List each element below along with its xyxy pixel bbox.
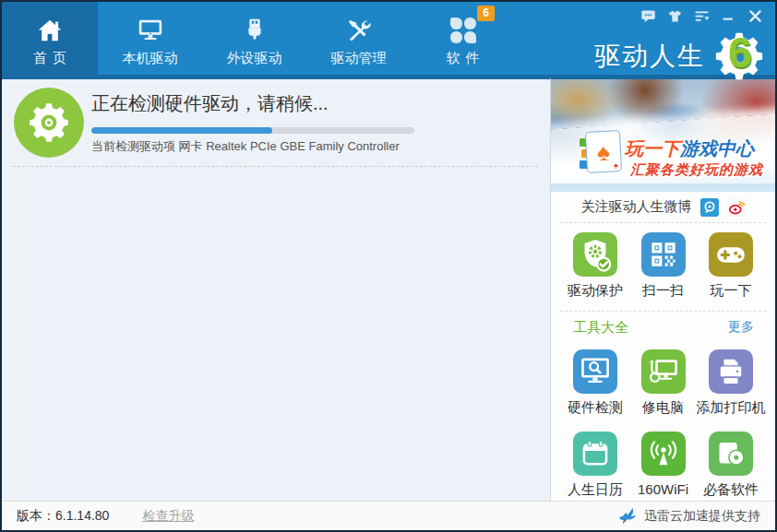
tool-add-printer[interactable]: 添加打印机 (699, 349, 763, 417)
minimize-button[interactable] (719, 7, 737, 24)
tool-life-calendar[interactable]: 人生日历 (563, 432, 628, 499)
tools-grid: 硬件检测修电脑添加打印机人生日历160WiFi必备软件 (551, 349, 775, 499)
tab-home[interactable]: 首页 (2, 2, 98, 77)
banner-subtitle: 汇聚各类好玩的游戏 (630, 161, 763, 179)
monitor-icon (137, 15, 164, 46)
sidebar: ♠♠ 玩一下游戏中心 汇聚各类好玩的游戏 关注驱动人生微博 (551, 77, 775, 501)
tool-repair-pc[interactable]: 修电脑 (631, 349, 696, 417)
folder-disc-icon (709, 432, 753, 476)
progress-fill (91, 127, 272, 134)
tool-160wifi[interactable]: 160WiFi (631, 432, 696, 499)
progress-bar (91, 127, 414, 134)
wifi-icon (641, 432, 686, 476)
sponsor: 迅雷云加速提供支持 (618, 507, 760, 525)
more-link[interactable]: 更多 (728, 319, 754, 336)
tool-scan-qr[interactable]: 扫一扫 (631, 232, 696, 300)
monitor-search-icon (573, 349, 617, 394)
usb-icon (241, 15, 269, 46)
game-center-banner[interactable]: ♠♠ 玩一下游戏中心 汇聚各类好玩的游戏 (551, 79, 775, 192)
close-button[interactable] (746, 7, 764, 24)
banner-title: 玩一下游戏中心 (625, 136, 754, 161)
app-logo-text: 驱动人生 (594, 39, 705, 74)
titlebar-controls (639, 7, 764, 24)
qr-icon (641, 232, 686, 277)
software-badge: 6 (477, 6, 495, 21)
calendar-icon (573, 432, 617, 476)
check-update-link[interactable]: 检查升级 (142, 508, 194, 525)
tool-driver-protect[interactable]: 驱动保护 (563, 232, 628, 300)
printer-icon (709, 349, 753, 394)
status-detail: 当前检测驱动项 网卡 Realtek PCIe GBE Family Contr… (91, 138, 400, 155)
footer-bar: 版本：6.1.14.80 检查升级 迅雷云加速提供支持 (2, 501, 775, 530)
tools-title: 工具大全 (573, 319, 628, 337)
status-title: 正在检测硬件驱动，请稍候... (91, 91, 329, 116)
skin-button[interactable] (665, 7, 684, 24)
tab-driver-management[interactable]: 驱动管理 (306, 2, 411, 77)
shield-gear-icon (573, 232, 617, 277)
weibo-row: 关注驱动人生微博 (551, 192, 775, 222)
main-panel: 正在检测硬件驱动，请稍候... 当前检测驱动项 网卡 Realtek PCIe … (2, 77, 551, 501)
game-card-icon: ♠♠ (579, 131, 621, 175)
tencent-weibo-icon[interactable] (700, 198, 719, 217)
version-label: 版本：6.1.14.80 (17, 508, 109, 525)
app-logo: 驱动人生 6 (594, 30, 766, 83)
apps-icon (450, 15, 476, 46)
nav-tabs: 首页本机驱动外设驱动驱动管理软件6 (2, 2, 515, 77)
monitor-steth-icon (641, 349, 686, 394)
body-area: 正在检测硬件驱动，请稍候... 当前检测驱动项 网卡 Realtek PCIe … (2, 77, 775, 501)
weibo-label: 关注驱动人生微博 (581, 198, 692, 216)
tool-hardware-check[interactable]: 硬件检测 (563, 349, 628, 417)
sponsor-text: 迅雷云加速提供支持 (644, 508, 760, 525)
tools-header: 工具大全 更多 (551, 316, 775, 338)
divider (13, 166, 538, 167)
home-icon (36, 15, 64, 46)
gamepad-icon (709, 232, 753, 277)
logo-version-badge: 6 (728, 27, 752, 77)
tool-essential-software[interactable]: 必备软件 (699, 432, 763, 499)
main-menu-button[interactable] (692, 7, 711, 24)
tab-software[interactable]: 软件6 (411, 2, 515, 77)
gear-logo-icon: 6 (712, 30, 766, 83)
xunlei-icon (618, 507, 639, 525)
quick-tools: 驱动保护扫一扫玩一下 (551, 232, 775, 300)
tab-local-drivers[interactable]: 本机驱动 (98, 2, 202, 77)
scanning-gear-icon (14, 88, 84, 158)
divider (560, 311, 766, 312)
divider (560, 222, 766, 223)
tools-icon (345, 15, 373, 46)
banner-bottom-strip (551, 183, 775, 192)
feedback-button[interactable] (639, 7, 657, 24)
app-window: 首页本机驱动外设驱动驱动管理软件6 驱动人生 6 正在检测硬件驱动，请稍候... (0, 0, 777, 532)
tool-play-games[interactable]: 玩一下 (699, 232, 763, 300)
tab-peripheral-drivers[interactable]: 外设驱动 (202, 2, 306, 77)
sina-weibo-icon[interactable] (727, 198, 746, 217)
